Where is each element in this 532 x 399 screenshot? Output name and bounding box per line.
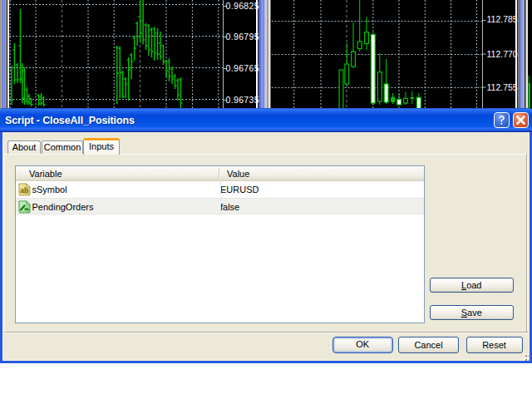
svg-text:112.770: 112.770 xyxy=(487,49,518,59)
svg-text:0.96765: 0.96765 xyxy=(226,63,259,73)
svg-text:0.96735: 0.96735 xyxy=(226,95,259,105)
svg-text:0.96795: 0.96795 xyxy=(226,32,259,42)
svg-text:112.755: 112.755 xyxy=(487,82,518,92)
svg-text:112.785: 112.785 xyxy=(487,14,518,24)
svg-text:0.96825: 0.96825 xyxy=(226,1,259,11)
svg-text:ab: ab xyxy=(20,186,28,195)
